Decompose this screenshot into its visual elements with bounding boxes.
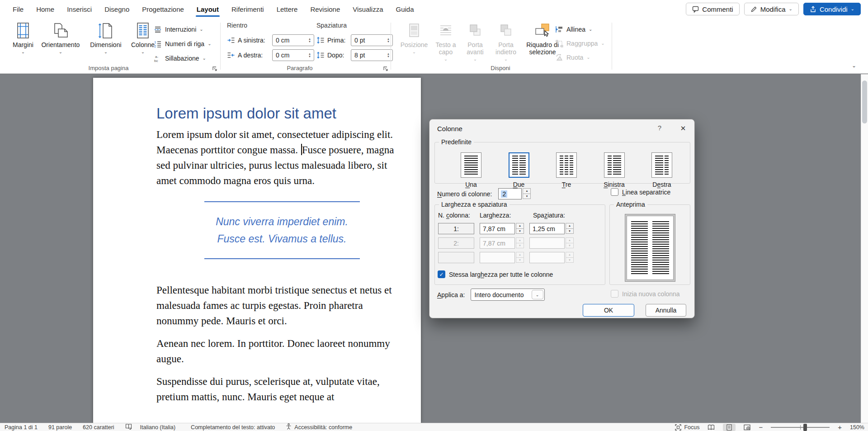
pencil-icon [750, 6, 757, 13]
spin-down-icon[interactable]: ▼ [308, 55, 311, 58]
num-columns-spinner[interactable]: 2 ▲▼ [498, 188, 531, 199]
equal-width-checkbox[interactable]: ✓ [438, 270, 445, 278]
web-layout-button[interactable] [744, 424, 750, 431]
tab-progettazione[interactable]: Progettazione [136, 0, 190, 18]
line-numbers-button[interactable]: 12 Numeri di riga ⌄ [152, 37, 213, 51]
spacing-input-3: ▲▼ [529, 252, 574, 263]
tab-file[interactable]: File [6, 0, 30, 18]
tab-layout[interactable]: Layout [190, 0, 225, 18]
spinner-arrows[interactable]: ▲▼ [306, 52, 314, 58]
close-icon[interactable]: ✕ [677, 123, 689, 134]
ribbon: Margini ⌄ Orientamento ⌄ Dimensioni ⌄ Co… [0, 18, 868, 74]
collapse-ribbon-button[interactable]: ⌄ [852, 62, 856, 69]
text-completion-status[interactable]: Completamento del testo: attivato [191, 424, 275, 431]
indent-right-input[interactable]: 0 cm ▲▼ [272, 49, 314, 61]
position-icon [406, 23, 422, 40]
columns-label: Colonne [131, 41, 155, 48]
tab-revisione[interactable]: Revisione [304, 0, 346, 18]
spacing-input-1[interactable]: 1,25 cm ▲▼ [529, 223, 574, 234]
width-input-1[interactable]: 7,87 cm ▲▼ [480, 223, 524, 234]
apply-to-dropdown[interactable]: Intero documento ⌄ [471, 289, 545, 301]
tab-home[interactable]: Home [30, 0, 61, 18]
read-mode-button[interactable] [708, 424, 715, 431]
comments-button[interactable]: Commenti [686, 3, 739, 15]
zoom-level[interactable]: 150% [850, 424, 864, 431]
spin-down-icon[interactable]: ▼ [516, 228, 524, 234]
equal-width-label: Stessa larghezza per tutte le colonne [449, 271, 553, 278]
spin-down-icon[interactable]: ▼ [523, 194, 531, 199]
separator-line-checkbox[interactable] [611, 188, 618, 196]
ribbon-tabs: File Home Inserisci Disegno Progettazion… [6, 0, 420, 18]
preview-group-label: Anteprima [614, 201, 647, 208]
page-setup-dialog-launcher[interactable] [212, 65, 218, 71]
zoom-in-button[interactable]: + [838, 424, 842, 431]
breaks-icon [154, 25, 162, 33]
share-icon [810, 6, 816, 13]
spinner-arrows[interactable]: ▲▼ [384, 38, 392, 43]
hyphenation-button[interactable]: a-bc Sillabazione ⌄ [152, 51, 213, 66]
language-status[interactable]: Italiano (Italia) [140, 424, 176, 431]
tab-riferimenti[interactable]: Riferimenti [225, 0, 270, 18]
send-backward-icon [498, 23, 514, 40]
word-count[interactable]: 91 parole [48, 424, 72, 431]
svg-text:2: 2 [154, 44, 156, 48]
column-row-2: 2: 7,87 cm ▲▼ ▲▼ [438, 237, 605, 249]
character-count[interactable]: 620 caratteri [83, 424, 114, 431]
print-layout-button[interactable] [723, 424, 736, 431]
align-button[interactable]: Allinea ⌄ [555, 22, 605, 36]
paragraph-dialog-launcher[interactable] [382, 65, 389, 71]
share-button[interactable]: Condividi ⌄ [803, 3, 861, 15]
page-setup-group-label: Imposta pagina [63, 65, 154, 71]
apply-to-label: Applica a: [437, 291, 465, 298]
page-count[interactable]: Pagina 1 di 1 [5, 424, 38, 431]
document-page[interactable]: Lorem ipsum dolor sit amet Lorem ipsum d… [93, 78, 421, 423]
vertical-scrollbar[interactable] [861, 74, 868, 423]
chevron-down-icon: ⌄ [203, 56, 206, 61]
size-button[interactable]: Dimensioni ⌄ [85, 21, 127, 55]
proofing-icon[interactable] [125, 423, 132, 431]
tab-disegno[interactable]: Disegno [98, 0, 136, 18]
spin-down-icon[interactable]: ▼ [387, 55, 390, 58]
spacing-before-input[interactable]: 0 pt ▲▼ [351, 34, 393, 46]
preset-tre[interactable]: Tre [548, 152, 585, 188]
spin-down-icon[interactable]: ▼ [387, 40, 390, 43]
group-separator [612, 23, 612, 70]
spacing-after-input[interactable]: 8 pt ▲▼ [351, 49, 393, 61]
spin-down-icon[interactable]: ▼ [308, 40, 311, 43]
focus-mode-button[interactable]: Focus [675, 424, 699, 431]
orientation-button[interactable]: Orientamento ⌄ [38, 21, 83, 55]
tab-inserisci[interactable]: Inserisci [61, 0, 98, 18]
zoom-slider-handle[interactable] [803, 424, 807, 431]
group-label: Raggruppa [566, 40, 598, 47]
zoom-out-button[interactable]: − [759, 424, 763, 431]
chevron-down-icon[interactable]: ⌄ [532, 290, 543, 299]
spinner-arrows[interactable]: ▲▼ [384, 52, 392, 58]
margins-button[interactable]: Margini ⌄ [10, 21, 36, 55]
tab-lettere[interactable]: Lettere [270, 0, 304, 18]
tab-guida[interactable]: Guida [390, 0, 420, 18]
zoom-slider[interactable] [771, 427, 830, 428]
comments-label: Commenti [702, 5, 733, 13]
bring-forward-label: Porta avanti [464, 41, 486, 56]
scrollbar-thumb[interactable] [862, 81, 867, 123]
preset-tre-icon [556, 152, 577, 178]
accessibility-status[interactable]: Accessibilità: conforme [294, 424, 352, 431]
breaks-button[interactable]: Interruzioni ⌄ [152, 22, 213, 37]
tab-visualizza[interactable]: Visualizza [346, 0, 389, 18]
edit-mode-button[interactable]: Modifica ⌄ [744, 3, 799, 15]
align-label: Allinea [566, 26, 585, 33]
indent-left-label: A sinistra: [238, 37, 269, 44]
preset-due[interactable]: Due [501, 152, 537, 188]
indent-left-input[interactable]: 0 cm ▲▼ [272, 34, 314, 46]
word-window: File Home Inserisci Disegno Progettazion… [0, 0, 868, 431]
indent-header: Rientro [227, 22, 247, 29]
cancel-button[interactable]: Annulla [646, 304, 686, 317]
help-icon[interactable]: ? [655, 124, 665, 132]
spinner-arrows[interactable]: ▲▼ [306, 38, 314, 43]
ok-button[interactable]: OK [583, 304, 634, 317]
preset-sinistra[interactable]: Sinistra [596, 152, 632, 188]
spin-down-icon[interactable]: ▼ [566, 228, 574, 234]
preset-destra[interactable]: Destra [644, 152, 680, 188]
preset-una[interactable]: Una [453, 152, 489, 188]
chevron-down-icon: ⌄ [141, 50, 145, 54]
